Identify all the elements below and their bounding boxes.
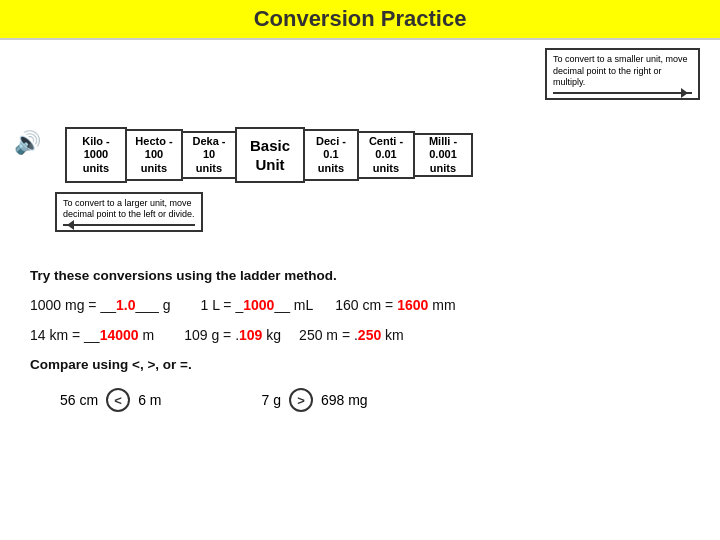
unit-kilo: Kilo - 1000 units — [65, 127, 127, 183]
compare-left-1: 56 cm — [60, 392, 98, 408]
compare-sign-1: < — [106, 388, 130, 412]
unit-basic: Basic Unit — [235, 127, 305, 183]
main-content: Try these conversions using the ladder m… — [0, 260, 720, 412]
ladder-boxes: Kilo - 1000 units Hecto - 100 units Deka… — [65, 127, 710, 183]
compare-right-1: 6 m — [138, 392, 161, 408]
callout-left-text: To convert to a larger unit, move decima… — [63, 198, 195, 220]
conversion-row-1: 1000 mg = __1.0___ g 1 L = _1000__ mL 16… — [30, 297, 690, 313]
conv-160cm: 160 cm = 1600 mm — [335, 297, 455, 313]
callout-left: To convert to a larger unit, move decima… — [55, 192, 203, 232]
callout-right: To convert to a smaller unit, move decim… — [545, 48, 700, 100]
conversion-row-2: 14 km = __14000 m 109 g = .109 kg 250 m … — [30, 327, 690, 343]
compare-item-2: 7 g > 698 mg — [261, 388, 367, 412]
callout-right-text: To convert to a smaller unit, move decim… — [553, 54, 688, 87]
compare-item-1: 56 cm < 6 m — [60, 388, 161, 412]
conv-1L: 1 L = _1000__ mL — [201, 297, 314, 313]
ladder-area: 🔊 To convert to a smaller unit, move dec… — [0, 40, 720, 260]
conv-1000mg: 1000 mg = __1.0___ g — [30, 297, 171, 313]
compare-label: Compare using <, >, or =. — [30, 357, 690, 372]
compare-row: 56 cm < 6 m 7 g > 698 mg — [30, 388, 690, 412]
compare-sign-2: > — [289, 388, 313, 412]
compare-left-2: 7 g — [261, 392, 280, 408]
try-text: Try these conversions using the ladder m… — [30, 268, 690, 283]
unit-milli: Milli - 0.001 units — [413, 133, 473, 177]
unit-hecto: Hecto - 100 units — [125, 129, 183, 181]
compare-section: Compare using <, >, or =. 56 cm < 6 m 7 … — [30, 357, 690, 412]
conv-250m: 250 m = .250 km — [299, 327, 404, 343]
unit-centi: Centi - 0.01 units — [357, 131, 415, 179]
unit-deci: Deci - 0.1 units — [303, 129, 359, 181]
speaker-icon[interactable]: 🔊 — [14, 130, 41, 156]
compare-right-2: 698 mg — [321, 392, 368, 408]
unit-deka: Deka - 10 units — [181, 131, 237, 179]
conv-109g: 109 g = .109 kg — [184, 327, 281, 343]
conv-14km: 14 km = __14000 m — [30, 327, 154, 343]
page-title: Conversion Practice — [0, 0, 720, 40]
